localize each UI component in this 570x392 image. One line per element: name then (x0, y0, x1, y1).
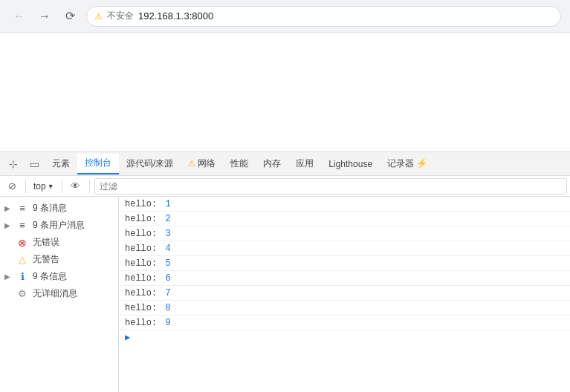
console-row-content-2: hello: 2 (119, 213, 570, 225)
toolbar-divider-1 (25, 180, 26, 193)
console-row-content-6: hello: 6 (119, 272, 570, 284)
console-expand-arrow[interactable]: ▶ (119, 330, 570, 344)
console-key: hello: (125, 303, 157, 313)
chevron-icon: ▶ (4, 221, 12, 229)
network-warning-icon: ⚠ (188, 159, 195, 169)
filter-input[interactable] (94, 178, 567, 195)
console-sidebar: ▶ ≡ 9 条消息 ▶ ≡ 9 条用户消息 ⊗ 无错误 △ 无警告 ▶ (0, 197, 119, 392)
console-row: hello: 1 (119, 197, 570, 212)
user-messages-label: 9 条用户消息 (33, 219, 112, 232)
console-key: hello: (125, 214, 157, 224)
console-key: hello: (125, 273, 157, 284)
devtools-toolbar: ⊘ top ▼ 👁 (0, 176, 570, 197)
console-row-content-4: hello: 4 (119, 243, 570, 255)
console-output: hello: 1 hello: 2 hello: 3 (119, 197, 570, 392)
address-bar[interactable]: ⚠ 不安全 192.168.1.3:8000 (86, 6, 561, 27)
console-row-content-3: hello: 3 (119, 228, 570, 240)
tab-network[interactable]: ⚠ 网络 (181, 154, 223, 174)
reload-button[interactable]: ⟳ (59, 6, 80, 27)
console-row-content-1: hello: 1 (119, 198, 570, 210)
console-value-5: 5 (165, 258, 170, 269)
sidebar-item-user-messages[interactable]: ▶ ≡ 9 条用户消息 (0, 217, 118, 234)
list-icon: ≡ (16, 203, 28, 214)
warnings-label: 无警告 (33, 253, 112, 266)
verbose-icon: ⚙ (16, 288, 28, 299)
warning-icon: △ (16, 254, 28, 265)
forward-button[interactable]: → (34, 6, 55, 27)
console-space (157, 288, 162, 298)
tab-console[interactable]: 控制台 (77, 154, 119, 174)
sidebar-item-all-messages[interactable]: ▶ ≡ 9 条消息 (0, 200, 118, 217)
sidebar-item-verbose[interactable]: ⚙ 无详细消息 (0, 285, 118, 302)
tab-recorder[interactable]: 记录器 ⚡ (380, 154, 435, 174)
console-row: hello: 4 (119, 241, 570, 256)
console-row: hello: 3 (119, 226, 570, 241)
console-value-9: 9 (165, 318, 170, 328)
info-icon: ℹ (16, 271, 28, 282)
console-value-4: 4 (165, 244, 170, 254)
console-key: hello: (125, 288, 157, 298)
security-label: 不安全 (107, 10, 134, 22)
console-row: hello: 2 (119, 212, 570, 226)
tab-sources[interactable]: 源代码/来源 (119, 154, 181, 174)
console-value-8: 8 (165, 303, 170, 313)
console-value-1: 1 (165, 199, 170, 209)
sidebar-item-warnings[interactable]: △ 无警告 (0, 251, 118, 268)
page-content (0, 33, 570, 151)
console-value-7: 7 (165, 288, 170, 298)
eye-button[interactable]: 👁 (67, 177, 85, 195)
back-button[interactable]: ← (9, 6, 30, 27)
console-key: hello: (125, 318, 157, 328)
chevron-icon: ▶ (4, 204, 12, 212)
tab-application[interactable]: 应用 (288, 154, 321, 174)
console-space (157, 258, 162, 269)
devtools-panel: ⊹ ▭ 元素 控制台 源代码/来源 ⚠ 网络 性能 内存 应用 Lighthou… (0, 151, 570, 392)
all-messages-label: 9 条消息 (33, 202, 112, 215)
tab-lighthouse[interactable]: Lighthouse (321, 154, 380, 174)
console-row-content-9: hello: 9 (119, 317, 570, 329)
tab-elements[interactable]: 元素 (45, 154, 77, 174)
tab-network-label: 网络 (198, 157, 216, 170)
console-key: hello: (125, 258, 157, 269)
list-icon: ≡ (16, 220, 28, 231)
console-value-6: 6 (165, 273, 170, 284)
devtools-icon-device[interactable]: ▭ (24, 154, 45, 174)
console-key: hello: (125, 199, 157, 209)
console-value-3: 3 (165, 229, 170, 239)
console-space (157, 273, 162, 284)
context-selector[interactable]: top ▼ (30, 178, 57, 195)
errors-label: 无错误 (33, 236, 112, 249)
sidebar-item-errors[interactable]: ⊗ 无错误 (0, 234, 118, 251)
console-space (157, 199, 162, 209)
tab-performance[interactable]: 性能 (223, 154, 256, 174)
browser-chrome: ← → ⟳ ⚠ 不安全 192.168.1.3:8000 (0, 0, 570, 33)
tab-memory[interactable]: 内存 (256, 154, 288, 174)
console-space (157, 303, 162, 313)
console-row: hello: 7 (119, 286, 570, 301)
console-row-content-5: hello: 5 (119, 258, 570, 270)
console-row: hello: 8 (119, 301, 570, 316)
chevron-icon: ▶ (4, 272, 12, 281)
info-label: 9 条信息 (33, 270, 112, 283)
console-row: hello: 5 (119, 256, 570, 271)
console-row-content-8: hello: 8 (119, 302, 570, 314)
console-space (157, 214, 162, 224)
devtools-body: ▶ ≡ 9 条消息 ▶ ≡ 9 条用户消息 ⊗ 无错误 △ 无警告 ▶ (0, 197, 570, 392)
console-row: hello: 9 (119, 316, 570, 330)
arrow-icon: ▶ (125, 333, 130, 343)
console-space (157, 229, 162, 239)
clear-console-button[interactable]: ⊘ (3, 177, 21, 195)
nav-buttons: ← → ⟳ (9, 6, 80, 27)
error-icon: ⊗ (16, 237, 28, 249)
console-row-content-7: hello: 7 (119, 287, 570, 299)
devtools-icon-inspect[interactable]: ⊹ (3, 154, 24, 174)
sidebar-item-info[interactable]: ▶ ℹ 9 条信息 (0, 268, 118, 285)
devtools-tabs: ⊹ ▭ 元素 控制台 源代码/来源 ⚠ 网络 性能 内存 应用 Lighthou… (0, 152, 570, 176)
console-row: hello: 6 (119, 271, 570, 286)
context-chevron-icon: ▼ (48, 183, 54, 190)
console-key: hello: (125, 229, 157, 239)
console-space (157, 244, 162, 254)
console-value-2: 2 (165, 214, 170, 224)
console-space (157, 318, 162, 328)
console-key: hello: (125, 244, 157, 254)
